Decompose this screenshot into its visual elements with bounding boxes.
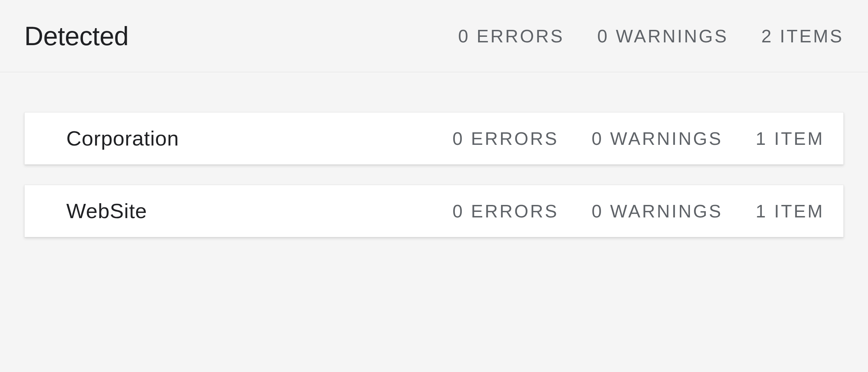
summary-stats: 0 ERRORS 0 WARNINGS 2 ITEMS [458,26,844,47]
detected-items-list: Corporation 0 ERRORS 0 WARNINGS 1 ITEM W… [0,72,868,237]
detected-item-title: Corporation [66,126,179,150]
detected-item-errors-count: 0 ERRORS [452,201,559,222]
detected-item-website[interactable]: WebSite 0 ERRORS 0 WARNINGS 1 ITEM [24,185,844,237]
summary-errors-count: 0 ERRORS [458,26,564,47]
detected-item-warnings-count: 0 WARNINGS [592,201,723,222]
detected-item-items-count: 1 ITEM [756,201,824,222]
detected-item-items-count: 1 ITEM [756,128,824,149]
detected-item-stats: 0 ERRORS 0 WARNINGS 1 ITEM [452,201,824,222]
detected-item-stats: 0 ERRORS 0 WARNINGS 1 ITEM [452,128,824,149]
summary-title: Detected [24,21,128,51]
detected-item-title: WebSite [66,199,147,223]
detected-item-errors-count: 0 ERRORS [452,128,559,149]
detected-item-corporation[interactable]: Corporation 0 ERRORS 0 WARNINGS 1 ITEM [24,112,844,165]
summary-items-count: 2 ITEMS [761,26,844,47]
detected-item-warnings-count: 0 WARNINGS [592,128,723,149]
summary-header: Detected 0 ERRORS 0 WARNINGS 2 ITEMS [0,0,868,72]
summary-warnings-count: 0 WARNINGS [597,26,728,47]
